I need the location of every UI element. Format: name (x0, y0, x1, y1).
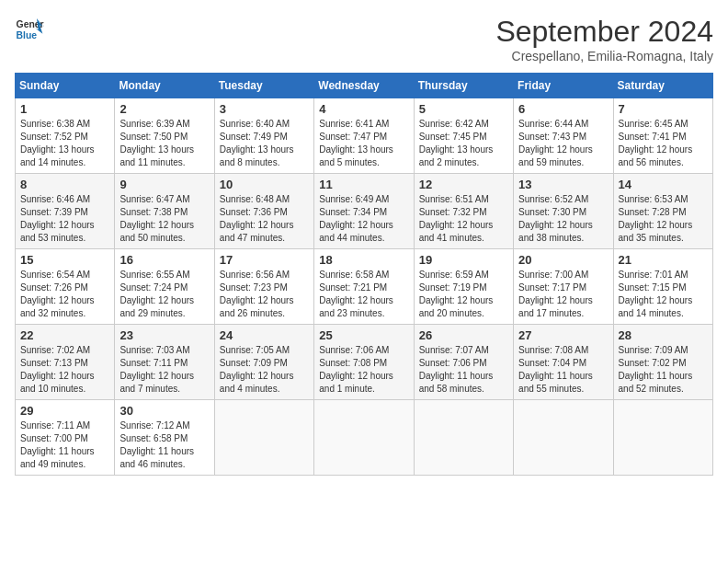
day-info: and 44 minutes. (319, 232, 408, 245)
calendar-cell: 9Sunrise: 6:47 AMSunset: 7:38 PMDaylight… (115, 174, 214, 249)
day-info: Daylight: 11 hours (119, 445, 209, 458)
day-info: Daylight: 12 hours (518, 219, 608, 232)
calendar-cell: 25Sunrise: 7:06 AMSunset: 7:08 PMDayligh… (314, 325, 414, 400)
day-info: and 32 minutes. (20, 307, 109, 320)
day-number: 11 (319, 178, 408, 191)
day-info: Daylight: 11 hours (619, 370, 708, 383)
day-info: and 14 minutes. (20, 156, 109, 169)
day-info: and 29 minutes. (119, 307, 209, 320)
day-info: Sunset: 7:15 PM (619, 282, 708, 294)
calendar-week-2: 8Sunrise: 6:46 AMSunset: 7:39 PMDaylight… (16, 174, 713, 249)
calendar-cell: 19Sunrise: 6:59 AMSunset: 7:19 PMDayligh… (414, 249, 513, 325)
day-info: and 7 minutes. (119, 383, 209, 396)
calendar-header-row: SundayMondayTuesdayWednesdayThursdayFrid… (16, 74, 713, 98)
day-info: Sunrise: 7:11 AM (20, 419, 109, 432)
day-info: Sunrise: 6:53 AM (619, 193, 708, 206)
day-info: Sunrise: 7:06 AM (319, 344, 408, 357)
calendar-cell: 3Sunrise: 6:40 AMSunset: 7:49 PMDaylight… (214, 98, 313, 174)
day-info: Daylight: 12 hours (319, 294, 408, 307)
calendar-cell: 22Sunrise: 7:02 AMSunset: 7:13 PMDayligh… (16, 325, 115, 400)
day-info: Daylight: 11 hours (419, 370, 508, 383)
day-info: Sunset: 7:34 PM (319, 206, 408, 219)
day-info: Sunrise: 6:48 AM (220, 193, 309, 206)
day-info: Sunrise: 7:02 AM (20, 344, 109, 357)
day-number: 6 (518, 102, 608, 116)
day-number: 2 (119, 102, 209, 116)
svg-text:Blue: Blue (17, 30, 38, 40)
day-info: Sunset: 7:28 PM (619, 206, 708, 219)
calendar-cell: 2Sunrise: 6:39 AMSunset: 7:50 PMDaylight… (115, 98, 214, 174)
day-info: Daylight: 12 hours (20, 370, 109, 383)
day-number: 12 (419, 178, 508, 191)
day-info: and 1 minute. (319, 383, 408, 396)
day-info: Sunset: 7:04 PM (518, 357, 608, 370)
calendar-cell: 23Sunrise: 7:03 AMSunset: 7:11 PMDayligh… (115, 325, 214, 400)
day-info: Daylight: 12 hours (518, 144, 608, 156)
calendar-cell: 6Sunrise: 6:44 AMSunset: 7:43 PMDaylight… (514, 98, 613, 174)
day-info: Sunset: 7:45 PM (419, 131, 508, 144)
day-info: Daylight: 12 hours (319, 370, 408, 383)
day-info: Sunset: 7:26 PM (20, 282, 109, 294)
day-info: and 23 minutes. (319, 307, 408, 320)
logo-icon: General Blue (15, 15, 44, 44)
day-number: 30 (119, 404, 209, 418)
day-info: Sunrise: 6:38 AM (20, 118, 109, 131)
calendar-week-5: 29Sunrise: 7:11 AMSunset: 7:00 PMDayligh… (16, 400, 713, 476)
day-number: 26 (419, 328, 508, 342)
day-number: 14 (619, 178, 708, 191)
calendar-cell: 4Sunrise: 6:41 AMSunset: 7:47 PMDaylight… (314, 98, 414, 174)
day-number: 13 (518, 178, 608, 191)
calendar-week-4: 22Sunrise: 7:02 AMSunset: 7:13 PMDayligh… (16, 325, 713, 400)
day-number: 16 (119, 253, 209, 267)
day-info: Sunset: 7:13 PM (20, 357, 109, 370)
day-number: 15 (20, 253, 109, 267)
day-info: Daylight: 12 hours (220, 294, 309, 307)
day-info: Sunrise: 6:54 AM (20, 269, 109, 282)
calendar-cell: 1Sunrise: 6:38 AMSunset: 7:52 PMDaylight… (16, 98, 115, 174)
day-info: Sunrise: 6:42 AM (419, 118, 508, 131)
day-info: Daylight: 12 hours (619, 144, 708, 156)
day-number: 4 (319, 102, 408, 116)
day-info: Sunset: 7:21 PM (319, 282, 408, 294)
day-info: Daylight: 12 hours (220, 370, 309, 383)
calendar-cell: 21Sunrise: 7:01 AMSunset: 7:15 PMDayligh… (613, 249, 712, 325)
day-info: and 50 minutes. (119, 232, 209, 245)
day-number: 27 (518, 328, 608, 342)
day-info: and 47 minutes. (220, 232, 309, 245)
day-header-saturday: Saturday (613, 74, 712, 98)
calendar-body: 1Sunrise: 6:38 AMSunset: 7:52 PMDaylight… (16, 98, 713, 476)
day-info: and 41 minutes. (419, 232, 508, 245)
calendar-cell: 16Sunrise: 6:55 AMSunset: 7:24 PMDayligh… (115, 249, 214, 325)
location-subtitle: Crespellano, Emilia-Romagna, Italy (495, 49, 713, 63)
calendar-cell: 7Sunrise: 6:45 AMSunset: 7:41 PMDaylight… (613, 98, 712, 174)
day-info: and 4 minutes. (220, 383, 309, 396)
day-info: Sunset: 7:36 PM (220, 206, 309, 219)
day-number: 7 (619, 102, 708, 116)
day-info: Sunrise: 6:55 AM (119, 269, 209, 282)
day-header-tuesday: Tuesday (214, 74, 313, 98)
day-info: Sunset: 7:08 PM (319, 357, 408, 370)
day-info: Sunrise: 6:45 AM (619, 118, 708, 131)
day-number: 23 (119, 328, 209, 342)
calendar-cell: 13Sunrise: 6:52 AMSunset: 7:30 PMDayligh… (514, 174, 613, 249)
day-info: and 58 minutes. (419, 383, 508, 396)
day-info: Sunset: 7:52 PM (20, 131, 109, 144)
day-info: Daylight: 13 hours (319, 144, 408, 156)
calendar-cell: 28Sunrise: 7:09 AMSunset: 7:02 PMDayligh… (613, 325, 712, 400)
day-number: 8 (20, 178, 109, 191)
day-info: Sunrise: 6:58 AM (319, 269, 408, 282)
day-header-sunday: Sunday (16, 74, 115, 98)
day-info: Daylight: 13 hours (419, 144, 508, 156)
calendar-cell (613, 400, 712, 476)
day-info: and 53 minutes. (20, 232, 109, 245)
calendar-cell: 30Sunrise: 7:12 AMSunset: 6:58 PMDayligh… (115, 400, 214, 476)
day-info: Sunrise: 7:00 AM (518, 269, 608, 282)
calendar-cell (414, 400, 513, 476)
day-info: and 11 minutes. (119, 156, 209, 169)
day-info: Sunset: 7:39 PM (20, 206, 109, 219)
day-info: and 59 minutes. (518, 156, 608, 169)
day-number: 28 (619, 328, 708, 342)
day-info: Daylight: 12 hours (119, 219, 209, 232)
day-info: Daylight: 12 hours (619, 219, 708, 232)
day-header-monday: Monday (115, 74, 214, 98)
